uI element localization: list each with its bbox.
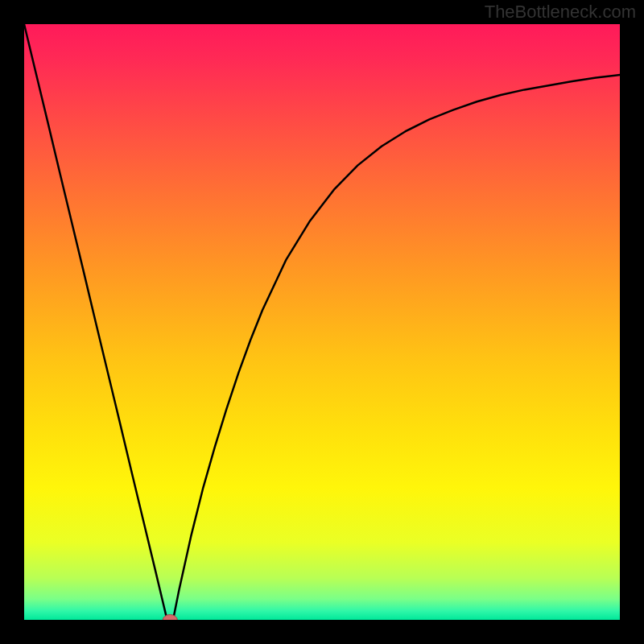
plot-area	[24, 24, 620, 620]
gradient-background	[24, 24, 620, 620]
watermark-text: TheBottleneck.com	[485, 2, 636, 23]
chart-frame: TheBottleneck.com	[0, 0, 644, 644]
chart-svg	[24, 24, 620, 620]
